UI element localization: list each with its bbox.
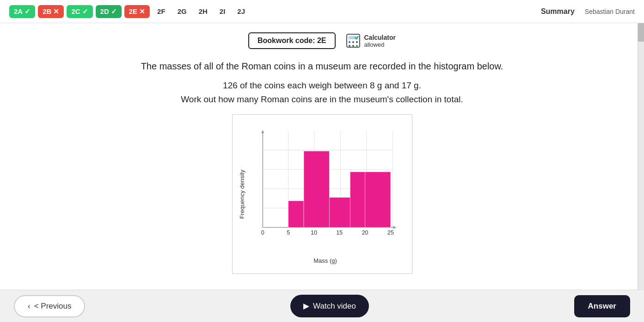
- svg-text:15: 15: [336, 229, 343, 236]
- tab-2G-label: 2G: [178, 7, 187, 15]
- check-icon-2d: ✓: [111, 7, 117, 16]
- question-sub-line1: 126 of the coins each weigh between 8 g …: [28, 79, 616, 93]
- bar-8-13: [304, 151, 329, 227]
- watch-video-label: Watch video: [313, 302, 356, 311]
- tab-2J-label: 2J: [237, 7, 245, 15]
- tab-2F-label: 2F: [157, 7, 166, 15]
- bar-17-20: [350, 172, 365, 227]
- tab-2I-label: 2I: [220, 7, 226, 15]
- nav-tab-2F[interactable]: 2F: [153, 5, 170, 18]
- tab-2B-label: 2B: [43, 7, 51, 15]
- video-play-icon: ▶: [303, 301, 309, 311]
- previous-label: < Previous: [34, 302, 72, 311]
- svg-text:0: 0: [261, 229, 264, 236]
- tab-2A-label: 2A: [14, 7, 23, 15]
- tab-2D-label: 2D: [100, 7, 109, 15]
- svg-point-5: [349, 45, 350, 47]
- bottom-bar: ‹ < Previous ▶ Watch video Answer: [0, 290, 644, 322]
- nav-tab-2J[interactable]: 2J: [233, 5, 250, 18]
- main-content: Bookwork code: 2E Calculator allowed: [0, 23, 644, 322]
- histogram-inner: Frequency density: [237, 124, 403, 264]
- nav-tab-2A[interactable]: 2A ✓: [9, 5, 35, 18]
- tab-2H-label: 2H: [199, 7, 208, 15]
- top-navigation: 2A ✓ 2B ✕ 2C ✓ 2D ✓ 2E ✕ 2F 2G 2H 2I 2J …: [0, 0, 644, 23]
- question-main-text: The masses of all of the Roman coins in …: [28, 59, 616, 73]
- check-icon-2c: ✓: [82, 7, 88, 16]
- svg-text:25: 25: [387, 229, 393, 236]
- svg-text:5: 5: [287, 229, 290, 236]
- calculator-allowed: Calculator allowed: [345, 32, 396, 49]
- svg-text:10: 10: [310, 229, 317, 236]
- answer-label: Answer: [588, 302, 616, 310]
- previous-button[interactable]: ‹ < Previous: [14, 295, 85, 317]
- bookwork-code: Bookwork code: 2E: [248, 32, 335, 49]
- svg-point-4: [356, 41, 358, 43]
- meta-row: Bookwork code: 2E Calculator allowed: [28, 32, 616, 49]
- calculator-text: Calculator allowed: [364, 34, 396, 48]
- svg-marker-11: [393, 226, 396, 229]
- x-icon-2e: ✕: [139, 7, 145, 16]
- histogram-wrapper: Frequency density: [232, 114, 412, 274]
- summary-tab[interactable]: Summary: [541, 7, 575, 16]
- watch-video-button[interactable]: ▶ Watch video: [290, 295, 369, 317]
- svg-point-6: [352, 45, 354, 47]
- question-section: The masses of all of the Roman coins in …: [28, 59, 616, 107]
- nav-tab-2G[interactable]: 2G: [173, 5, 191, 18]
- svg-text:20: 20: [362, 229, 368, 236]
- calculator-icon: [345, 32, 362, 49]
- nav-tab-2E[interactable]: 2E ✕: [124, 5, 150, 18]
- svg-point-7: [356, 45, 358, 47]
- y-axis-label: Frequency density: [237, 124, 246, 264]
- bar-5-8: [288, 201, 303, 227]
- svg-point-2: [349, 41, 350, 43]
- scrollbar[interactable]: [638, 23, 644, 322]
- histogram-svg: 0 5 10 15 20 25: [248, 124, 403, 254]
- bar-20-25: [365, 172, 390, 227]
- answer-button[interactable]: Answer: [574, 295, 630, 317]
- x-icon: ✕: [53, 7, 59, 16]
- tab-2E-label: 2E: [129, 7, 137, 15]
- nav-tab-2H[interactable]: 2H: [194, 5, 212, 18]
- question-sub-line2: Work out how many Roman coins are in the…: [28, 93, 616, 106]
- nav-tab-2C[interactable]: 2C ✓: [67, 5, 92, 18]
- chevron-left-icon: ‹: [28, 302, 31, 311]
- x-axis-label: Mass (g): [248, 257, 403, 264]
- chart-area: 0 5 10 15 20 25 Mass (g): [248, 124, 403, 264]
- scrollbar-thumb[interactable]: [638, 23, 644, 42]
- svg-point-3: [352, 41, 354, 43]
- nav-tab-2I[interactable]: 2I: [215, 5, 230, 18]
- nav-tab-2B[interactable]: 2B ✕: [38, 5, 64, 18]
- tab-2C-label: 2C: [71, 7, 80, 15]
- histogram-container: Frequency density: [28, 114, 616, 274]
- svg-marker-10: [261, 130, 264, 133]
- user-name: Sebastian Durant: [585, 8, 635, 15]
- bar-13-17: [329, 198, 350, 228]
- check-icon: ✓: [25, 7, 31, 16]
- nav-tab-2D[interactable]: 2D ✓: [96, 5, 122, 18]
